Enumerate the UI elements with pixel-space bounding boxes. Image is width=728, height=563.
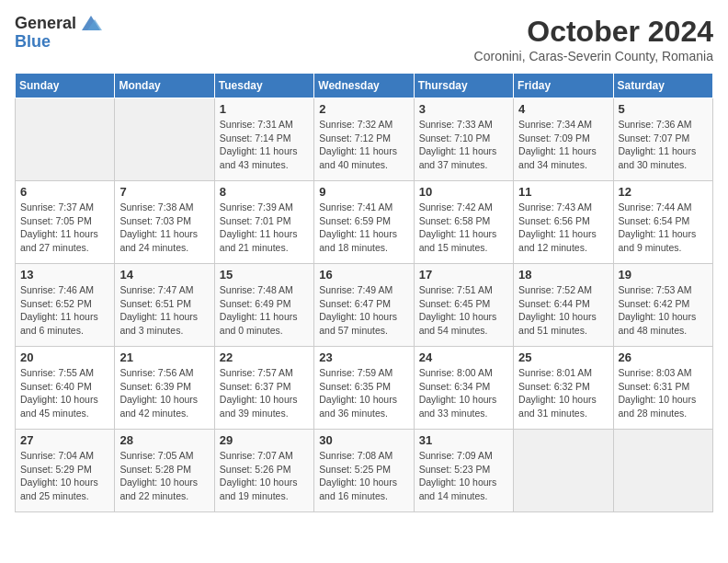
day-detail: Sunrise: 7:53 AMSunset: 6:42 PMDaylight:…	[619, 283, 708, 338]
day-number: 4	[518, 102, 608, 116]
weekday-header: Tuesday	[214, 74, 313, 98]
calendar-cell: 12 Sunrise: 7:44 AMSunset: 6:54 PMDaylig…	[613, 181, 712, 264]
calendar-cell: 31 Sunrise: 7:09 AMSunset: 5:23 PMDaylig…	[414, 430, 513, 512]
calendar-week-row: 6 Sunrise: 7:37 AMSunset: 7:05 PMDayligh…	[16, 181, 713, 264]
calendar-cell: 13 Sunrise: 7:46 AMSunset: 6:52 PMDaylig…	[16, 264, 115, 347]
day-number: 10	[419, 185, 508, 199]
day-number: 21	[119, 350, 209, 364]
day-detail: Sunrise: 7:48 AMSunset: 6:49 PMDaylight:…	[220, 283, 309, 338]
day-detail: Sunrise: 7:32 AMSunset: 7:12 PMDaylight:…	[319, 118, 408, 172]
day-number: 18	[518, 268, 608, 282]
calendar-cell: 6 Sunrise: 7:37 AMSunset: 7:05 PMDayligh…	[16, 181, 115, 264]
title-block: October 2024 Coronini, Caras-Severin Cou…	[474, 15, 713, 63]
day-number: 3	[419, 102, 508, 116]
calendar-cell: 7 Sunrise: 7:38 AMSunset: 7:03 PMDayligh…	[115, 181, 214, 264]
day-detail: Sunrise: 7:44 AMSunset: 6:54 PMDaylight:…	[619, 201, 708, 255]
day-detail: Sunrise: 8:00 AMSunset: 6:34 PMDaylight:…	[419, 366, 508, 420]
day-number: 31	[419, 433, 508, 447]
weekday-header: Wednesday	[314, 74, 414, 98]
calendar-week-row: 13 Sunrise: 7:46 AMSunset: 6:52 PMDaylig…	[16, 264, 713, 347]
day-number: 7	[119, 185, 209, 199]
day-number: 22	[220, 350, 309, 364]
day-number: 15	[220, 268, 309, 282]
day-number: 26	[619, 350, 708, 364]
calendar-cell: 11 Sunrise: 7:43 AMSunset: 6:56 PMDaylig…	[514, 181, 613, 264]
day-detail: Sunrise: 8:01 AMSunset: 6:32 PMDaylight:…	[518, 366, 608, 420]
weekday-header-row: SundayMondayTuesdayWednesdayThursdayFrid…	[16, 74, 713, 98]
day-detail: Sunrise: 7:49 AMSunset: 6:47 PMDaylight:…	[319, 283, 408, 338]
day-detail: Sunrise: 7:38 AMSunset: 7:03 PMDaylight:…	[119, 201, 209, 255]
day-detail: Sunrise: 7:46 AMSunset: 6:52 PMDaylight:…	[20, 283, 109, 338]
calendar-cell: 5 Sunrise: 7:36 AMSunset: 7:07 PMDayligh…	[613, 98, 712, 181]
calendar-cell	[514, 430, 613, 512]
calendar-cell: 14 Sunrise: 7:47 AMSunset: 6:51 PMDaylig…	[115, 264, 214, 347]
day-number: 12	[619, 185, 708, 199]
day-detail: Sunrise: 7:08 AMSunset: 5:25 PMDaylight:…	[319, 449, 408, 503]
weekday-header: Friday	[514, 74, 613, 98]
calendar-cell: 23 Sunrise: 7:59 AMSunset: 6:35 PMDaylig…	[314, 347, 414, 430]
day-detail: Sunrise: 7:09 AMSunset: 5:23 PMDaylight:…	[419, 449, 508, 503]
calendar-cell: 2 Sunrise: 7:32 AMSunset: 7:12 PMDayligh…	[314, 98, 414, 181]
day-detail: Sunrise: 7:57 AMSunset: 6:37 PMDaylight:…	[220, 366, 309, 420]
day-number: 8	[220, 185, 309, 199]
day-number: 19	[619, 268, 708, 282]
calendar-cell: 4 Sunrise: 7:34 AMSunset: 7:09 PMDayligh…	[514, 98, 613, 181]
calendar-cell: 21 Sunrise: 7:56 AMSunset: 6:39 PMDaylig…	[115, 347, 214, 430]
day-detail: Sunrise: 7:51 AMSunset: 6:45 PMDaylight:…	[419, 283, 508, 338]
calendar-cell: 18 Sunrise: 7:52 AMSunset: 6:44 PMDaylig…	[514, 264, 613, 347]
day-number: 5	[619, 102, 708, 116]
day-detail: Sunrise: 7:47 AMSunset: 6:51 PMDaylight:…	[119, 283, 209, 338]
calendar-cell: 15 Sunrise: 7:48 AMSunset: 6:49 PMDaylig…	[214, 264, 313, 347]
calendar-cell: 8 Sunrise: 7:39 AMSunset: 7:01 PMDayligh…	[214, 181, 313, 264]
logo-blue: Blue	[15, 32, 51, 51]
day-number: 11	[518, 185, 608, 199]
calendar-cell: 22 Sunrise: 7:57 AMSunset: 6:37 PMDaylig…	[214, 347, 313, 430]
calendar-cell: 10 Sunrise: 7:42 AMSunset: 6:58 PMDaylig…	[414, 181, 513, 264]
calendar-cell: 26 Sunrise: 8:03 AMSunset: 6:31 PMDaylig…	[613, 347, 712, 430]
day-number: 1	[220, 102, 309, 116]
day-detail: Sunrise: 7:42 AMSunset: 6:58 PMDaylight:…	[419, 201, 508, 255]
day-detail: Sunrise: 7:39 AMSunset: 7:01 PMDaylight:…	[220, 201, 309, 255]
calendar-cell: 16 Sunrise: 7:49 AMSunset: 6:47 PMDaylig…	[314, 264, 414, 347]
page-header: General Blue October 2024 Coronini, Cara…	[15, 15, 713, 63]
day-detail: Sunrise: 7:05 AMSunset: 5:28 PMDaylight:…	[119, 449, 209, 503]
weekday-header: Monday	[115, 74, 214, 98]
calendar-cell: 25 Sunrise: 8:01 AMSunset: 6:32 PMDaylig…	[514, 347, 613, 430]
calendar-cell: 24 Sunrise: 8:00 AMSunset: 6:34 PMDaylig…	[414, 347, 513, 430]
logo-icon	[78, 14, 104, 32]
day-number: 23	[319, 350, 408, 364]
calendar-cell	[115, 98, 214, 181]
day-number: 24	[419, 350, 508, 364]
day-detail: Sunrise: 7:41 AMSunset: 6:59 PMDaylight:…	[319, 201, 408, 255]
location-subtitle: Coronini, Caras-Severin County, Romania	[474, 49, 713, 63]
day-detail: Sunrise: 8:03 AMSunset: 6:31 PMDaylight:…	[619, 366, 708, 420]
calendar-table: SundayMondayTuesdayWednesdayThursdayFrid…	[15, 73, 713, 512]
day-number: 9	[319, 185, 408, 199]
weekday-header: Sunday	[16, 74, 115, 98]
day-number: 28	[119, 433, 209, 447]
day-number: 17	[419, 268, 508, 282]
weekday-header: Saturday	[613, 74, 712, 98]
day-number: 6	[20, 185, 109, 199]
day-number: 14	[119, 268, 209, 282]
day-number: 16	[319, 268, 408, 282]
day-detail: Sunrise: 7:34 AMSunset: 7:09 PMDaylight:…	[518, 118, 608, 172]
day-detail: Sunrise: 7:43 AMSunset: 6:56 PMDaylight:…	[518, 201, 608, 255]
calendar-week-row: 1 Sunrise: 7:31 AMSunset: 7:14 PMDayligh…	[16, 98, 713, 181]
logo: General Blue	[15, 15, 104, 52]
weekday-header: Thursday	[414, 74, 513, 98]
calendar-cell: 28 Sunrise: 7:05 AMSunset: 5:28 PMDaylig…	[115, 430, 214, 512]
day-detail: Sunrise: 7:59 AMSunset: 6:35 PMDaylight:…	[319, 366, 408, 420]
day-number: 2	[319, 102, 408, 116]
day-number: 20	[20, 350, 109, 364]
day-detail: Sunrise: 7:37 AMSunset: 7:05 PMDaylight:…	[20, 201, 109, 255]
day-detail: Sunrise: 7:52 AMSunset: 6:44 PMDaylight:…	[518, 283, 608, 338]
calendar-cell: 1 Sunrise: 7:31 AMSunset: 7:14 PMDayligh…	[214, 98, 313, 181]
day-number: 25	[518, 350, 608, 364]
day-detail: Sunrise: 7:36 AMSunset: 7:07 PMDaylight:…	[619, 118, 708, 172]
day-number: 29	[220, 433, 309, 447]
calendar-cell: 30 Sunrise: 7:08 AMSunset: 5:25 PMDaylig…	[314, 430, 414, 512]
calendar-cell: 29 Sunrise: 7:07 AMSunset: 5:26 PMDaylig…	[214, 430, 313, 512]
calendar-cell: 27 Sunrise: 7:04 AMSunset: 5:29 PMDaylig…	[16, 430, 115, 512]
calendar-cell: 19 Sunrise: 7:53 AMSunset: 6:42 PMDaylig…	[613, 264, 712, 347]
